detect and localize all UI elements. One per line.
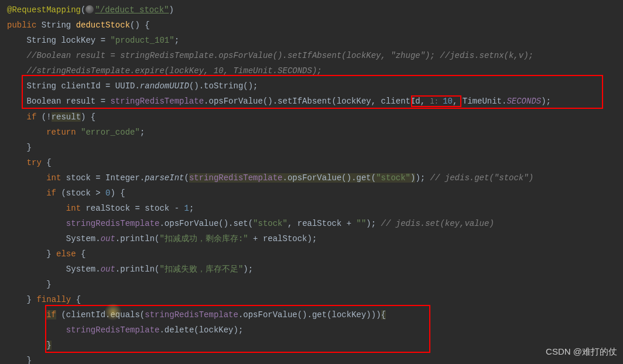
code-line[interactable]: String lockKey = "product_101"; [0,33,623,48]
code-line[interactable]: } finally { [0,292,623,307]
watermark: CSDN @难打的仗 [546,344,617,359]
comment: //Boolean result = stringRedisTemplate.o… [27,51,533,60]
code-line[interactable]: } [0,353,623,364]
code-line[interactable]: } else { [0,246,623,262]
code-line[interactable]: int stock = Integer.parseInt(stringRedis… [0,170,623,186]
code-line[interactable]: int realStock = stock - 1; [0,201,623,216]
code-line[interactable]: } [0,140,623,155]
code-line[interactable]: stringRedisTemplate.opsForValue().set("s… [0,216,623,231]
code-line[interactable]: if (!result) { [0,109,623,125]
code-line[interactable]: public String deductStock() { [0,18,623,33]
code-line[interactable]: try { [0,155,623,170]
code-line[interactable]: System.out.println("扣减失败，库存不足"); [0,262,623,277]
code-line[interactable]: if (clientId.equals(stringRedisTemplate.… [0,307,623,322]
method-name: deductStock [76,20,130,30]
gutter-mapping-icon[interactable] [85,5,94,13]
code-line[interactable]: @RequestMapping("/deduct_stock") [0,2,623,18]
url-path: "/deduct_stock" [95,5,169,15]
code-line[interactable]: //stringRedisTemplate.expire(lockKey, 10… [0,63,623,78]
code-line[interactable]: } [0,338,623,353]
code-line[interactable]: //Boolean result = stringRedisTemplate.o… [0,48,623,63]
clientid-arg: clientId [381,97,420,106]
code-line[interactable]: String clientId = UUID.randomUUID().toSt… [0,78,623,94]
code-line[interactable]: stringRedisTemplate.delete(lockKey); [0,322,623,338]
comment: //stringRedisTemplate.expire(lockKey, 10… [27,66,322,75]
annotation: @RequestMapping [7,5,81,15]
highlighted-var: result [52,112,81,122]
code-line[interactable]: } [0,277,623,292]
code-line[interactable]: System.out.println("扣减成功，剩余库存:" + realSt… [0,231,623,246]
param-hint: l: [430,98,443,106]
code-line[interactable]: return "error_code"; [0,125,623,140]
code-line[interactable]: Boolean result = stringRedisTemplate.ops… [0,94,623,109]
code-line[interactable]: if (stock > 0) { [0,186,623,201]
